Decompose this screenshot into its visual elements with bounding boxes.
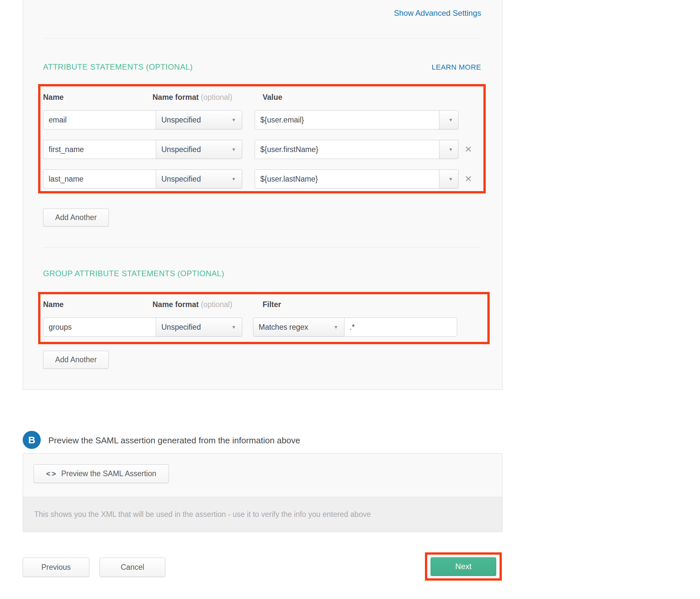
column-header-filter: Filter [262,300,281,309]
filter-value-input[interactable] [344,317,457,337]
next-button-annotation-box: Next [425,552,502,581]
column-header-name-format: Name format (optional) [152,93,262,102]
section-divider [43,38,481,38]
previous-button[interactable]: Previous [23,557,90,577]
chevron-down-icon: ▼ [231,147,236,152]
group-attribute-table-header: Name Name format (optional) Filter [43,300,488,309]
column-header-name: Name [43,300,152,309]
attribute-value-input[interactable] [255,170,440,188]
saml-settings-page: Show Advanced Settings ATTRIBUTE STATEME… [0,0,700,599]
chevron-down-icon: ▼ [449,176,453,182]
group-attribute-name-input[interactable] [43,317,156,337]
remove-row-icon[interactable]: ✕ [458,174,478,184]
show-advanced-settings-link[interactable]: Show Advanced Settings [394,8,481,18]
step-b-badge: B [23,431,41,449]
chevron-down-icon: ▼ [231,117,236,123]
group-attribute-statements-heading: GROUP ATTRIBUTE STATEMENTS (OPTIONAL) [43,269,224,278]
attribute-name-input[interactable] [43,140,156,159]
preview-saml-assertion-button[interactable]: <> Preview the SAML Assertion [33,464,169,483]
attribute-name-input[interactable] [43,170,156,188]
attribute-table-header: Name Name format (optional) Value [43,93,483,102]
learn-more-link[interactable]: LEARN MORE [432,63,481,72]
attribute-row: Unspecified ▼ ▼ [43,110,483,129]
chevron-down-icon: ▼ [231,176,236,182]
column-header-value: Value [262,93,282,102]
value-dropdown-button[interactable]: ▼ [439,170,458,188]
group-attribute-row: Unspecified ▼ Matches regex ▼ [43,317,488,337]
chevron-down-icon: ▼ [449,147,453,152]
attribute-name-input[interactable] [43,110,156,129]
chevron-down-icon: ▼ [449,117,453,123]
group-attribute-statements-annotation-box: Name Name format (optional) Filter Unspe… [38,292,490,344]
name-format-dropdown[interactable]: Unspecified ▼ [156,140,242,159]
name-format-dropdown[interactable]: Unspecified ▼ [156,170,242,188]
cancel-button[interactable]: Cancel [100,557,165,577]
section-divider [43,247,481,248]
attribute-statements-heading: ATTRIBUTE STATEMENTS (OPTIONAL) [43,62,193,72]
chevron-down-icon: ▼ [333,324,338,330]
chevron-down-icon: ▼ [231,324,236,330]
attribute-value-input[interactable] [255,140,440,159]
attribute-statements-annotation-box: Name Name format (optional) Value Unspec… [38,84,486,193]
column-header-name-format: Name format (optional) [152,300,262,309]
remove-row-icon[interactable]: ✕ [458,144,478,155]
next-button[interactable]: Next [430,557,496,576]
saml-settings-panel: Show Advanced Settings ATTRIBUTE STATEME… [23,0,502,390]
preview-help-text: This shows you the XML that will be used… [23,497,502,532]
attribute-row: Unspecified ▼ ▼ ✕ [43,170,483,188]
name-format-dropdown[interactable]: Unspecified ▼ [156,317,242,337]
add-another-group-attribute-button[interactable]: Add Another [43,351,109,369]
step-b-title: Preview the SAML assertion generated fro… [48,436,300,446]
code-icon: <> [46,470,57,478]
attribute-value-input[interactable] [255,110,440,129]
value-dropdown-button[interactable]: ▼ [439,140,458,159]
name-format-dropdown[interactable]: Unspecified ▼ [156,110,242,129]
preview-assertion-panel: <> Preview the SAML Assertion This shows… [23,453,502,532]
value-dropdown-button[interactable]: ▼ [439,110,458,129]
filter-type-dropdown[interactable]: Matches regex ▼ [253,317,344,337]
column-header-name: Name [43,93,152,102]
attribute-row: Unspecified ▼ ▼ ✕ [43,140,483,159]
add-another-attribute-button[interactable]: Add Another [43,209,109,227]
